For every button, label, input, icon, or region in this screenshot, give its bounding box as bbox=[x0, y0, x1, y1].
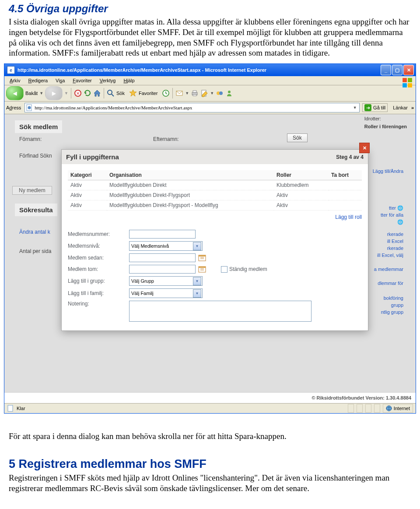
textarea-notering[interactable] bbox=[129, 301, 312, 322]
messenger-icon[interactable] bbox=[225, 89, 233, 97]
minimize-button[interactable]: _ bbox=[381, 65, 391, 75]
ie-addressbar: Adress ▼ ➜ Gå till Länkar » bbox=[4, 102, 416, 114]
discuss-icon[interactable] bbox=[216, 89, 224, 97]
address-input-wrap[interactable]: ▼ bbox=[24, 103, 360, 112]
page-icon bbox=[26, 104, 33, 111]
home-icon[interactable] bbox=[93, 89, 101, 97]
search-icon[interactable] bbox=[107, 89, 115, 97]
edit-dropdown-icon[interactable]: ▼ bbox=[210, 91, 214, 95]
select-medlemsniva[interactable]: Välj Medlemsnivå ▼ bbox=[129, 241, 203, 251]
chevron-down-icon: ▼ bbox=[193, 277, 201, 285]
status-zone-text: Internet bbox=[394, 406, 410, 411]
svg-rect-3 bbox=[408, 83, 412, 88]
modal-close-button[interactable]: ✕ bbox=[359, 143, 370, 153]
select-medlemsniva-value: Välj Medlemsnivå bbox=[131, 243, 169, 249]
svg-rect-14 bbox=[193, 91, 196, 92]
svg-marker-7 bbox=[94, 90, 100, 96]
lbl-lagg-till-grupp: Lägg till i grupp: bbox=[68, 278, 129, 284]
chevron-down-icon: ▼ bbox=[193, 242, 201, 250]
table-row: Aktiv Modellflygklubben Direkt Klubbmedl… bbox=[68, 180, 362, 190]
checkbox-standig-medlem[interactable] bbox=[221, 266, 228, 273]
svg-rect-1 bbox=[408, 78, 412, 82]
back-button[interactable]: ◀ bbox=[6, 86, 24, 100]
svg-rect-15 bbox=[193, 95, 196, 96]
lbl-standig-medlem: Ständig medlem bbox=[229, 266, 267, 272]
forward-dropdown-icon[interactable]: ▼ bbox=[64, 91, 68, 95]
paragraph-4-5: I sista dialogen skall övriga uppgifter … bbox=[9, 17, 411, 58]
calendar-icon[interactable] bbox=[198, 254, 206, 262]
menu-visa[interactable]: Visa bbox=[52, 77, 68, 84]
svg-rect-27 bbox=[199, 267, 206, 268]
ie-toolbar: ◀ Bakåt ▼ ▶ ▼ ✕ Sök Favoriter ▼ bbox=[4, 85, 416, 102]
print-icon[interactable] bbox=[191, 89, 199, 97]
address-dropdown-icon[interactable]: ▼ bbox=[351, 105, 358, 110]
bg-efternamn-label: Efternamn: bbox=[149, 133, 183, 145]
bg-search-heading: Sök medlem bbox=[15, 120, 62, 133]
col-kategori: Kategori bbox=[68, 170, 107, 180]
search-label: Sök bbox=[116, 91, 125, 96]
ie-title-text: http://ma.idrottonline.se/Applications/M… bbox=[18, 67, 266, 73]
windows-logo-icon bbox=[402, 77, 413, 88]
bg-laggtillandra-link[interactable]: Lägg till/Ändra bbox=[373, 168, 403, 174]
bg-andraantal-link[interactable]: Ändra antal k bbox=[15, 226, 55, 238]
menu-hjalp[interactable]: Hjälp bbox=[120, 77, 138, 84]
col-roller: Roller bbox=[274, 170, 329, 180]
edit-icon[interactable] bbox=[200, 89, 208, 97]
cell-kat: Aktiv bbox=[68, 180, 107, 190]
bg-right-column: Idrotter: Roller i föreningen bbox=[364, 116, 407, 129]
menu-verktyg[interactable]: Verktyg bbox=[96, 77, 119, 84]
links-label[interactable]: Länkar bbox=[390, 105, 409, 110]
select-familj[interactable]: Välj Familj ▼ bbox=[129, 288, 203, 298]
lagg-till-roll-link[interactable]: Lägg till roll bbox=[335, 214, 362, 220]
bg-antalpersida-label: Antal per sida bbox=[15, 246, 56, 257]
bg-frag-3: rkerade bbox=[387, 232, 403, 237]
cell-roll: Aktiv bbox=[274, 200, 329, 211]
status-zone: Internet bbox=[383, 404, 413, 413]
mail-icon[interactable] bbox=[175, 89, 183, 97]
close-window-button[interactable]: ✕ bbox=[403, 65, 414, 75]
page-footer: © Riksidrottsförbundet Version: 1.30.4.8… bbox=[4, 392, 416, 403]
svg-marker-10 bbox=[130, 90, 136, 96]
ie-titlebar: e http://ma.idrottonline.se/Applications… bbox=[4, 64, 416, 76]
svg-rect-2 bbox=[402, 83, 407, 88]
stop-icon[interactable]: ✕ bbox=[74, 89, 82, 97]
select-familj-value: Välj Familj bbox=[131, 291, 154, 296]
select-grupp[interactable]: Välj Grupp ▼ bbox=[129, 276, 203, 286]
favorites-icon[interactable] bbox=[129, 89, 137, 97]
bg-idrotter-label: Idrotter: bbox=[364, 116, 407, 121]
bg-nymedlem-tab[interactable]: Ny medlem bbox=[12, 186, 52, 195]
col-organisation: Organisation bbox=[107, 170, 274, 180]
cell-tabort bbox=[329, 180, 362, 190]
menu-arkiv[interactable]: AArkivrkiv bbox=[6, 77, 24, 84]
input-medlem-tom[interactable] bbox=[129, 265, 196, 274]
links-expand-icon[interactable]: » bbox=[411, 105, 414, 110]
go-label: Gå till bbox=[373, 105, 385, 110]
lbl-notering: Notering: bbox=[68, 301, 129, 307]
forward-button[interactable]: ▶ bbox=[45, 86, 63, 100]
cell-org: Modellflygklubben Direkt-Flygsport - Mod… bbox=[107, 200, 274, 211]
menu-redigera[interactable]: Redigera bbox=[24, 77, 51, 84]
paragraph-after-screenshot: För att spara i denna dialog kan man beh… bbox=[9, 431, 411, 442]
menu-favoriter[interactable]: Favoriter bbox=[69, 77, 95, 84]
svg-rect-0 bbox=[402, 78, 407, 82]
mail-dropdown-icon[interactable]: ▼ bbox=[185, 91, 189, 95]
bg-frag-2: tter för alla bbox=[381, 212, 403, 218]
history-icon[interactable] bbox=[162, 89, 170, 97]
status-page-icon bbox=[7, 405, 14, 412]
bg-frag-5: rkerade bbox=[387, 246, 403, 251]
go-button[interactable]: ➜ Gå till bbox=[362, 103, 388, 112]
bg-frag-4: ill Excel bbox=[387, 239, 403, 244]
input-medlem-sedan[interactable] bbox=[129, 253, 196, 262]
maximize-button[interactable]: ▢ bbox=[392, 65, 402, 75]
calendar-icon[interactable] bbox=[198, 265, 206, 273]
svg-point-8 bbox=[108, 90, 112, 95]
bg-sok-button[interactable]: Sök bbox=[287, 133, 308, 142]
refresh-icon[interactable] bbox=[84, 89, 91, 97]
back-dropdown-icon[interactable]: ▼ bbox=[39, 91, 43, 95]
cell-org: Modellflygklubben Direkt-Flygsport bbox=[107, 190, 274, 200]
input-medlemsnummer[interactable] bbox=[129, 230, 196, 239]
address-input[interactable] bbox=[34, 105, 351, 111]
bg-frag-6: ill Excel, välj bbox=[377, 253, 403, 258]
internet-zone-icon bbox=[386, 405, 392, 411]
table-row: Aktiv Modellflygklubben Direkt-Flygsport… bbox=[68, 190, 362, 200]
